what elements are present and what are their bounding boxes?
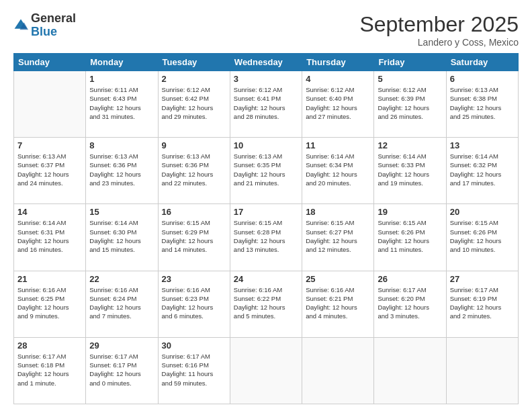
day-header-monday: Monday: [86, 54, 158, 71]
day-info: Sunrise: 6:16 AM Sunset: 6:21 PM Dayligh…: [306, 285, 370, 321]
day-number: 28: [17, 340, 82, 351]
week-row-2: 7Sunrise: 6:13 AM Sunset: 6:37 PM Daylig…: [14, 138, 519, 204]
logo-blue: Blue: [31, 25, 57, 38]
day-number: 1: [89, 74, 154, 84]
day-info: Sunrise: 6:12 AM Sunset: 6:39 PM Dayligh…: [378, 85, 442, 121]
title-block: September 2025 Landero y Coss, Mexico: [359, 12, 519, 48]
day-info: Sunrise: 6:15 AM Sunset: 6:29 PM Dayligh…: [162, 218, 226, 254]
calendar-cell: 23Sunrise: 6:16 AM Sunset: 6:23 PM Dayli…: [158, 271, 230, 337]
week-row-1: 1Sunrise: 6:11 AM Sunset: 6:43 PM Daylig…: [14, 71, 519, 138]
day-info: Sunrise: 6:12 AM Sunset: 6:42 PM Dayligh…: [162, 85, 226, 121]
day-header-friday: Friday: [374, 54, 446, 71]
day-info: Sunrise: 6:16 AM Sunset: 6:25 PM Dayligh…: [17, 285, 82, 321]
day-info: Sunrise: 6:15 AM Sunset: 6:26 PM Dayligh…: [450, 218, 515, 254]
calendar-cell: 18Sunrise: 6:15 AM Sunset: 6:27 PM Dayli…: [302, 204, 374, 271]
day-number: 5: [378, 74, 442, 84]
calendar-cell: 29Sunrise: 6:17 AM Sunset: 6:17 PM Dayli…: [86, 337, 158, 404]
days-header-row: SundayMondayTuesdayWednesdayThursdayFrid…: [14, 54, 519, 71]
calendar-cell: 25Sunrise: 6:16 AM Sunset: 6:21 PM Dayli…: [302, 271, 374, 337]
day-header-tuesday: Tuesday: [158, 54, 230, 71]
day-info: Sunrise: 6:12 AM Sunset: 6:41 PM Dayligh…: [234, 85, 298, 121]
calendar-cell: 26Sunrise: 6:17 AM Sunset: 6:20 PM Dayli…: [374, 271, 446, 337]
day-number: 26: [378, 274, 442, 284]
day-number: 10: [234, 140, 298, 150]
calendar-cell: 24Sunrise: 6:16 AM Sunset: 6:22 PM Dayli…: [230, 271, 302, 337]
day-number: 6: [450, 74, 515, 84]
calendar-body: 1Sunrise: 6:11 AM Sunset: 6:43 PM Daylig…: [14, 71, 519, 404]
calendar-cell: 10Sunrise: 6:13 AM Sunset: 6:35 PM Dayli…: [230, 138, 302, 204]
calendar-header: SundayMondayTuesdayWednesdayThursdayFrid…: [14, 54, 519, 71]
day-number: 12: [378, 140, 442, 150]
day-info: Sunrise: 6:15 AM Sunset: 6:27 PM Dayligh…: [306, 218, 370, 254]
day-number: 3: [234, 74, 298, 84]
location-subtitle: Landero y Coss, Mexico: [359, 37, 519, 48]
day-number: 22: [89, 274, 154, 284]
calendar-cell: 11Sunrise: 6:14 AM Sunset: 6:34 PM Dayli…: [302, 138, 374, 204]
calendar-cell: 12Sunrise: 6:14 AM Sunset: 6:33 PM Dayli…: [374, 138, 446, 204]
calendar-cell: [374, 337, 446, 404]
calendar-cell: 15Sunrise: 6:14 AM Sunset: 6:30 PM Dayli…: [86, 204, 158, 271]
calendar-cell: 8Sunrise: 6:13 AM Sunset: 6:36 PM Daylig…: [86, 138, 158, 204]
day-info: Sunrise: 6:12 AM Sunset: 6:40 PM Dayligh…: [306, 85, 370, 121]
day-info: Sunrise: 6:16 AM Sunset: 6:23 PM Dayligh…: [162, 285, 226, 321]
day-info: Sunrise: 6:17 AM Sunset: 6:18 PM Dayligh…: [17, 352, 82, 387]
day-number: 4: [306, 74, 370, 84]
day-header-saturday: Saturday: [446, 54, 518, 71]
calendar-cell: 17Sunrise: 6:15 AM Sunset: 6:28 PM Dayli…: [230, 204, 302, 271]
day-info: Sunrise: 6:17 AM Sunset: 6:20 PM Dayligh…: [378, 285, 442, 321]
calendar-cell: [14, 71, 86, 138]
day-info: Sunrise: 6:16 AM Sunset: 6:24 PM Dayligh…: [89, 285, 154, 321]
calendar-cell: 14Sunrise: 6:14 AM Sunset: 6:31 PM Dayli…: [14, 204, 86, 271]
day-info: Sunrise: 6:17 AM Sunset: 6:17 PM Dayligh…: [89, 352, 154, 387]
day-info: Sunrise: 6:11 AM Sunset: 6:43 PM Dayligh…: [89, 85, 154, 121]
day-number: 19: [378, 207, 442, 217]
logo: General Blue: [13, 12, 76, 39]
day-number: 11: [306, 140, 370, 150]
day-number: 25: [306, 274, 370, 284]
day-number: 8: [89, 140, 154, 150]
day-info: Sunrise: 6:17 AM Sunset: 6:19 PM Dayligh…: [450, 285, 515, 321]
day-number: 18: [306, 207, 370, 217]
day-info: Sunrise: 6:16 AM Sunset: 6:22 PM Dayligh…: [234, 285, 298, 321]
calendar-cell: 5Sunrise: 6:12 AM Sunset: 6:39 PM Daylig…: [374, 71, 446, 138]
day-info: Sunrise: 6:15 AM Sunset: 6:26 PM Dayligh…: [378, 218, 442, 254]
day-info: Sunrise: 6:14 AM Sunset: 6:33 PM Dayligh…: [378, 152, 442, 187]
week-row-4: 21Sunrise: 6:16 AM Sunset: 6:25 PM Dayli…: [14, 271, 519, 337]
day-number: 13: [450, 140, 515, 150]
calendar-cell: 30Sunrise: 6:17 AM Sunset: 6:16 PM Dayli…: [158, 337, 230, 404]
calendar-cell: [302, 337, 374, 404]
day-info: Sunrise: 6:14 AM Sunset: 6:31 PM Dayligh…: [17, 218, 82, 254]
calendar-cell: 7Sunrise: 6:13 AM Sunset: 6:37 PM Daylig…: [14, 138, 86, 204]
day-info: Sunrise: 6:14 AM Sunset: 6:32 PM Dayligh…: [450, 152, 515, 187]
day-header-thursday: Thursday: [302, 54, 374, 71]
calendar: SundayMondayTuesdayWednesdayThursdayFrid…: [13, 53, 519, 404]
day-info: Sunrise: 6:13 AM Sunset: 6:35 PM Dayligh…: [234, 152, 298, 187]
day-number: 21: [17, 274, 82, 284]
calendar-cell: 9Sunrise: 6:13 AM Sunset: 6:36 PM Daylig…: [158, 138, 230, 204]
logo-text: General Blue: [31, 12, 76, 39]
day-header-wednesday: Wednesday: [230, 54, 302, 71]
calendar-cell: 13Sunrise: 6:14 AM Sunset: 6:32 PM Dayli…: [446, 138, 518, 204]
day-info: Sunrise: 6:15 AM Sunset: 6:28 PM Dayligh…: [234, 218, 298, 254]
calendar-cell: 20Sunrise: 6:15 AM Sunset: 6:26 PM Dayli…: [446, 204, 518, 271]
calendar-cell: 22Sunrise: 6:16 AM Sunset: 6:24 PM Dayli…: [86, 271, 158, 337]
page: General Blue September 2025 Landero y Co…: [0, 0, 532, 411]
day-info: Sunrise: 6:13 AM Sunset: 6:36 PM Dayligh…: [89, 152, 154, 187]
day-info: Sunrise: 6:13 AM Sunset: 6:36 PM Dayligh…: [162, 152, 226, 187]
calendar-cell: 16Sunrise: 6:15 AM Sunset: 6:29 PM Dayli…: [158, 204, 230, 271]
calendar-cell: 2Sunrise: 6:12 AM Sunset: 6:42 PM Daylig…: [158, 71, 230, 138]
day-number: 9: [162, 140, 226, 150]
week-row-3: 14Sunrise: 6:14 AM Sunset: 6:31 PM Dayli…: [14, 204, 519, 271]
day-info: Sunrise: 6:14 AM Sunset: 6:34 PM Dayligh…: [306, 152, 370, 187]
day-number: 24: [234, 274, 298, 284]
day-info: Sunrise: 6:14 AM Sunset: 6:30 PM Dayligh…: [89, 218, 154, 254]
calendar-cell: 28Sunrise: 6:17 AM Sunset: 6:18 PM Dayli…: [14, 337, 86, 404]
calendar-cell: 1Sunrise: 6:11 AM Sunset: 6:43 PM Daylig…: [86, 71, 158, 138]
day-number: 2: [162, 74, 226, 84]
calendar-cell: 3Sunrise: 6:12 AM Sunset: 6:41 PM Daylig…: [230, 71, 302, 138]
day-number: 17: [234, 207, 298, 217]
logo-icon: [13, 18, 28, 33]
day-header-sunday: Sunday: [14, 54, 86, 71]
day-number: 16: [162, 207, 226, 217]
day-number: 27: [450, 274, 515, 284]
